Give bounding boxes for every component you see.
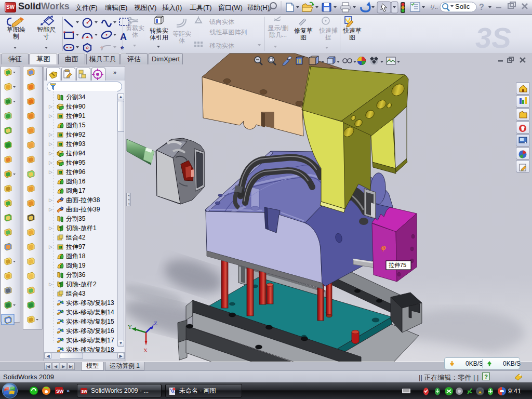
svg-text:φ: φ	[381, 243, 386, 251]
svg-text:X: X	[143, 347, 148, 353]
svg-text:Z: Z	[154, 320, 157, 326]
svg-text:拉伸75: 拉伸75	[389, 262, 406, 268]
svg-text:Y: Y	[128, 324, 132, 330]
